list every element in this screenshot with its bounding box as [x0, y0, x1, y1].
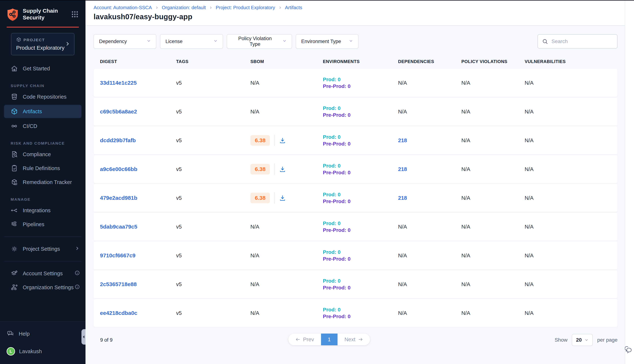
breadcrumb-artifacts[interactable]: Artifacts	[285, 5, 302, 10]
prev-page-button[interactable]: Prev	[288, 334, 321, 345]
env-preprod: Pre-Prod: 0	[323, 140, 398, 147]
env-prod: Prod: 0	[323, 278, 398, 284]
page-size-control: Show 20 per page	[555, 334, 617, 346]
sidebar-item-integrations[interactable]: Integrations	[0, 204, 86, 217]
sidebar-item-account-settings[interactable]: Account Settings	[0, 266, 86, 280]
sidebar-collapse-handle[interactable]	[82, 329, 86, 344]
policy-violations-value: N/A	[461, 310, 470, 316]
page-size-select[interactable]: 20	[572, 334, 593, 346]
pagination-summary: 9 of 9	[100, 337, 113, 343]
sidebar-item-code-repositories[interactable]: Code Repositories	[0, 90, 86, 104]
digest-link[interactable]: ee4218cdba0c	[100, 310, 137, 316]
page-1-button[interactable]: 1	[321, 334, 338, 345]
table-row[interactable]: 33d114e1c225 v5 N/A Prod: 0 Pre-Prod: 0 …	[94, 69, 617, 97]
dependencies-value[interactable]: 218	[398, 195, 407, 201]
policy-violations-value: N/A	[461, 252, 470, 258]
sidebar-item-artifacts[interactable]: Artifacts	[4, 105, 82, 118]
sbom-na: N/A	[250, 252, 259, 258]
dependencies-value[interactable]: 218	[398, 166, 407, 172]
sidebar-nav: Get Started SUPPLY CHAIN Code Repositori…	[0, 62, 86, 294]
vulnerabilities-value: N/A	[525, 138, 533, 143]
table-row[interactable]: dcdd29b7fafb v5 6.38 Prod: 0 Pre-Prod: 0…	[94, 126, 617, 154]
digest-link[interactable]: 33d114e1c225	[100, 80, 137, 86]
filter-environment-type[interactable]: Environment Type	[296, 34, 359, 49]
sbom-score-badge: 6.38	[250, 193, 270, 203]
arrow-left-icon	[295, 337, 300, 342]
policy-violations-value: N/A	[461, 80, 470, 86]
breadcrumb-organization[interactable]: Organization: default	[162, 5, 206, 10]
filter-policy-violation-type[interactable]: Policy Violation Type	[227, 34, 292, 49]
digest-link[interactable]: 9710cf6667c9	[100, 252, 136, 258]
dependencies-value[interactable]: 218	[398, 138, 407, 143]
table-row[interactable]: 9710cf6667c9 v5 N/A Prod: 0 Pre-Prod: 0 …	[94, 242, 617, 270]
sidebar-footer: ? Help L Lavakush	[0, 322, 86, 364]
tag-value: v5	[176, 80, 182, 86]
digest-link[interactable]: dcdd29b7fafb	[100, 137, 136, 143]
project-selector[interactable]: PROJECT Product Exploratory	[11, 33, 75, 55]
tag-value: v5	[176, 166, 182, 172]
digest-link[interactable]: a9c6e00c66bb	[100, 166, 137, 172]
search-input[interactable]	[551, 38, 613, 44]
sidebar-item-remediation-tracker[interactable]: Remediation Tracker	[0, 175, 86, 189]
breadcrumb-account[interactable]: Account: Automation-SSCA	[94, 5, 152, 10]
info-icon[interactable]	[75, 270, 80, 277]
chevron-right-icon	[155, 6, 159, 10]
breadcrumb-project[interactable]: Project: Product Exploratory	[216, 5, 275, 10]
vulnerabilities-value: N/A	[525, 80, 533, 86]
digest-link[interactable]: 479e2acd981b	[100, 195, 137, 201]
sbom-score-badge: 6.38	[250, 164, 270, 174]
digest-link[interactable]: 2c5365718e88	[100, 281, 137, 287]
app-window: Supply Chain Security	[0, 0, 634, 364]
policy-violations-value: N/A	[461, 224, 470, 230]
help-button[interactable]: ? Help	[7, 327, 79, 340]
sbom-na: N/A	[250, 80, 259, 86]
sbom-divider	[274, 192, 275, 204]
project-selector-label: PROJECT	[24, 38, 45, 42]
digest-link[interactable]: 5dab9caa79c5	[100, 224, 137, 230]
module-grid-icon[interactable]	[71, 10, 79, 19]
env-prod: Prod: 0	[323, 105, 398, 112]
sbom-divider	[274, 135, 275, 146]
info-icon[interactable]	[75, 284, 80, 291]
chevron-down-icon	[584, 338, 589, 342]
chevron-down-icon	[349, 38, 353, 44]
env-preprod: Pre-Prod: 0	[323, 284, 398, 291]
package-cube-icon	[16, 37, 21, 43]
chevron-right-icon	[209, 6, 213, 10]
filter-license[interactable]: License	[160, 34, 223, 49]
table-row[interactable]: 5dab9caa79c5 v5 N/A Prod: 0 Pre-Prod: 0 …	[94, 213, 617, 241]
sidebar-item-project-settings[interactable]: Project Settings	[0, 242, 86, 256]
sidebar-item-compliance[interactable]: Compliance	[0, 147, 86, 161]
user-menu[interactable]: L Lavakush	[7, 345, 79, 358]
dependencies-value: N/A	[398, 224, 407, 230]
env-preprod: Pre-Prod: 0	[323, 227, 398, 234]
chat-bubbles-icon[interactable]	[625, 346, 633, 354]
table-row[interactable]: 479e2acd981b v5 6.38 Prod: 0 Pre-Prod: 0…	[94, 184, 617, 212]
sbom-download-button[interactable]	[279, 194, 286, 202]
sbom-na: N/A	[250, 310, 259, 316]
table-row[interactable]: ee4218cdba0c v5 N/A Prod: 0 Pre-Prod: 0 …	[94, 299, 617, 327]
sbom-download-button[interactable]	[279, 166, 286, 173]
vulnerabilities-value: N/A	[525, 109, 533, 114]
sidebar-item-pipelines[interactable]: Pipelines	[0, 217, 86, 231]
code-repo-icon	[11, 93, 18, 100]
sidebar-item-rule-definitions[interactable]: Rule Definitions	[0, 161, 86, 175]
sidebar-item-cicd[interactable]: CI/CD	[0, 119, 86, 133]
column-header-dependencies: DEPENDENCIES	[398, 59, 461, 64]
filter-dependency[interactable]: Dependency	[94, 34, 156, 49]
table-row[interactable]: a9c6e00c66bb v5 6.38 Prod: 0 Pre-Prod: 0…	[94, 155, 617, 183]
env-prod: Prod: 0	[323, 220, 398, 227]
user-avatar: L	[7, 347, 15, 356]
chevron-down-icon	[282, 38, 287, 44]
sidebar: Supply Chain Security	[0, 0, 86, 364]
next-page-button[interactable]: Next	[338, 334, 370, 345]
table-row[interactable]: 2c5365718e88 v5 N/A Prod: 0 Pre-Prod: 0 …	[94, 270, 617, 298]
sidebar-item-organization-settings[interactable]: Organization Settings	[0, 280, 86, 294]
policy-violations-value: N/A	[461, 109, 470, 114]
policy-violations-value: N/A	[461, 195, 470, 201]
table-row[interactable]: c69c5b6a8ae2 v5 N/A Prod: 0 Pre-Prod: 0 …	[94, 98, 617, 126]
sbom-download-button[interactable]	[279, 137, 286, 144]
sidebar-item-get-started[interactable]: Get Started	[0, 62, 86, 76]
pager: Prev 1 Next	[288, 334, 370, 345]
digest-link[interactable]: c69c5b6a8ae2	[100, 108, 137, 114]
